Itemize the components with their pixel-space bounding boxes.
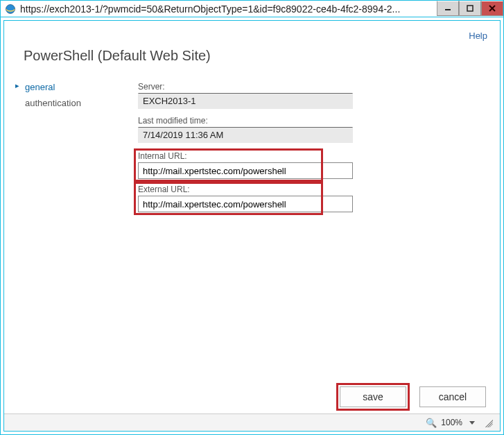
- server-label: Server:: [138, 82, 472, 92]
- page-title: PowerShell (Default Web Site): [4, 41, 500, 76]
- help-bar: Help: [4, 21, 500, 41]
- window-controls: [437, 1, 503, 17]
- modified-value: 7/14/2019 11:36 AM: [138, 127, 353, 143]
- titlebar: https://exch2013-1/?pwmcid=50&ReturnObje…: [1, 1, 503, 17]
- help-link[interactable]: Help: [469, 31, 487, 41]
- sidebar-item-authentication[interactable]: authentication: [17, 95, 138, 111]
- external-url-block: External URL:: [138, 185, 353, 212]
- ie-icon: [3, 2, 17, 16]
- minimize-button[interactable]: [437, 1, 459, 16]
- zoom-icon[interactable]: 🔍: [426, 418, 437, 428]
- sidebar: general authentication: [17, 76, 138, 380]
- cancel-button[interactable]: cancel: [419, 386, 486, 407]
- app-window: https://exch2013-1/?pwmcid=50&ReturnObje…: [0, 0, 504, 435]
- modified-label: Last modified time:: [138, 116, 472, 126]
- external-url-input[interactable]: [138, 196, 353, 212]
- status-bar: 🔍 100%: [4, 413, 500, 431]
- sidebar-item-general[interactable]: general: [17, 79, 138, 95]
- highlight-frame-icon: save: [336, 383, 410, 411]
- zoom-level: 100%: [441, 418, 462, 427]
- resize-grip-icon[interactable]: [483, 418, 493, 427]
- maximize-button[interactable]: [459, 1, 481, 16]
- save-button[interactable]: save: [340, 386, 406, 407]
- form-area: Server: EXCH2013-1 Last modified time: 7…: [138, 76, 500, 380]
- internal-url-label: Internal URL:: [138, 151, 353, 161]
- address-url: https://exch2013-1/?pwmcid=50&ReturnObje…: [20, 3, 437, 15]
- internal-url-input[interactable]: [138, 162, 353, 179]
- close-button[interactable]: [481, 1, 503, 16]
- zoom-dropdown-icon[interactable]: [469, 421, 475, 425]
- internal-url-block: Internal URL:: [138, 151, 353, 179]
- client-area: Help PowerShell (Default Web Site) gener…: [3, 20, 501, 432]
- svg-rect-3: [467, 6, 473, 11]
- footer: save cancel: [4, 380, 500, 413]
- external-url-label: External URL:: [138, 185, 353, 194]
- server-value: EXCH2013-1: [138, 93, 353, 109]
